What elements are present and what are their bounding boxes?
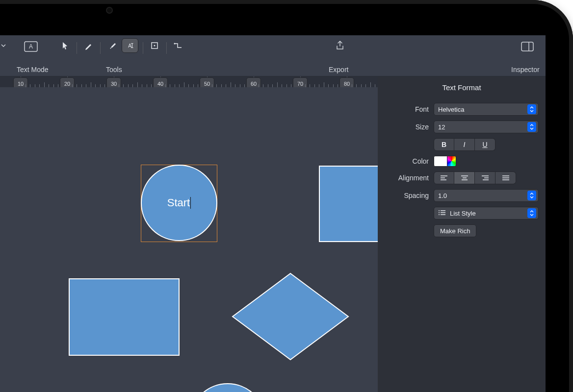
ruler-tick-label: 50 [200, 77, 214, 87]
svg-rect-9 [521, 42, 533, 51]
color-picker-icon[interactable] [447, 156, 456, 167]
connector-tool-icon[interactable] [171, 38, 185, 53]
size-label: Size [385, 123, 429, 131]
ruler-tick-label: 80 [339, 77, 354, 87]
spacing-select[interactable]: 1.0 [434, 189, 539, 202]
size-value: 12 [438, 123, 445, 131]
tools-label: Tools [106, 66, 122, 74]
inspector-label: Inspector [511, 66, 540, 74]
ruler-tick-label: 70 [293, 77, 308, 87]
dropdown-caret-icon [527, 104, 536, 114]
canvas[interactable]: Start [0, 87, 378, 392]
shape-circle-2[interactable] [189, 383, 266, 392]
insert-menu-chevron[interactable] [0, 38, 11, 53]
ruler-tick-label: 20 [60, 77, 75, 87]
make-rich-button[interactable]: Make Rich [434, 224, 476, 237]
shape-text[interactable]: Start [167, 196, 191, 209]
export-icon[interactable] [333, 38, 347, 53]
textmode-label: Text Mode [17, 66, 49, 74]
alignment-label: Alignment [385, 174, 429, 182]
list-style-label: List Style [450, 210, 523, 217]
shape-tool-icon[interactable] [147, 38, 162, 53]
svg-point-7 [154, 45, 156, 47]
spacing-label: Spacing [385, 192, 429, 199]
ruler-tick-label: 40 [153, 77, 168, 87]
textmode-button[interactable]: A [24, 39, 38, 54]
color-label: Color [385, 157, 429, 165]
stepper-icon[interactable] [527, 122, 536, 132]
font-select[interactable]: Helvetica [434, 103, 539, 116]
font-value: Helvetica [438, 106, 464, 113]
dropdown-caret-icon [527, 191, 536, 200]
brush-tool-icon[interactable] [105, 38, 120, 53]
text-tool-icon[interactable]: A [122, 38, 138, 53]
device-camera [107, 8, 112, 13]
ruler-tick-label: 60 [246, 77, 261, 87]
italic-button[interactable]: I [454, 138, 475, 151]
style-segmented: B I U [434, 138, 495, 151]
underline-button[interactable]: U [475, 138, 495, 151]
inspector-panel: Text Format Font Helvetica Size 12 [378, 76, 546, 392]
list-style-select[interactable]: List Style [434, 207, 539, 220]
align-right-button[interactable] [475, 172, 495, 184]
toolbar: rt A Text Mode A [0, 35, 546, 76]
size-field[interactable]: 12 [434, 121, 539, 133]
shape-circle-start[interactable]: Start [141, 165, 217, 241]
shape-text-value: Start [167, 196, 190, 209]
ruler-tick-label: 10 [13, 77, 28, 87]
shape-rectangle-2[interactable] [69, 278, 180, 356]
align-left-button[interactable] [434, 172, 454, 184]
font-label: Font [385, 105, 429, 113]
svg-point-28 [439, 214, 440, 215]
spacing-value: 1.0 [438, 192, 447, 199]
app-window: rt A Text Mode A [0, 35, 546, 392]
svg-text:A: A [29, 43, 33, 50]
list-icon [438, 209, 446, 218]
align-center-button[interactable] [454, 172, 475, 184]
shape-diamond[interactable] [231, 271, 350, 362]
pencil-tool-icon[interactable] [81, 38, 96, 53]
svg-point-24 [439, 210, 440, 211]
pointer-tool-icon[interactable] [58, 38, 73, 53]
inspector-toggle-icon[interactable] [520, 39, 535, 54]
ruler-tick-label: 30 [106, 77, 121, 87]
alignment-segmented [434, 172, 516, 184]
svg-point-26 [439, 212, 440, 213]
align-justify-button[interactable] [495, 172, 516, 184]
inspector-title: Text Format [378, 76, 546, 100]
svg-marker-11 [233, 273, 348, 360]
export-label: Export [329, 66, 348, 74]
bold-button[interactable]: B [434, 138, 454, 151]
text-caret [190, 197, 191, 209]
dropdown-caret-icon [527, 208, 536, 218]
svg-point-8 [174, 43, 176, 45]
color-swatch[interactable] [434, 156, 447, 167]
